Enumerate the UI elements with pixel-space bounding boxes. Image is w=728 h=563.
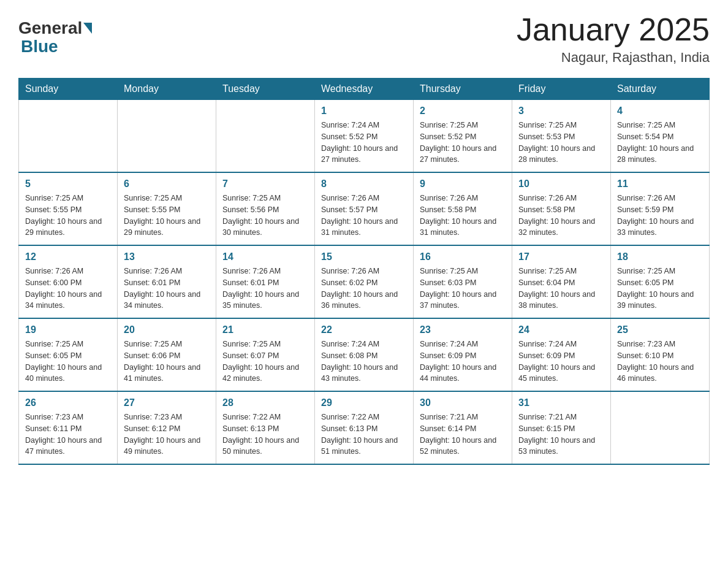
day-info: Sunrise: 7:23 AM Sunset: 6:12 PM Dayligh… — [124, 412, 210, 458]
day-info: Sunrise: 7:22 AM Sunset: 6:13 PM Dayligh… — [321, 412, 407, 458]
day-info: Sunrise: 7:26 AM Sunset: 6:01 PM Dayligh… — [222, 266, 308, 312]
day-info: Sunrise: 7:25 AM Sunset: 6:04 PM Dayligh… — [518, 266, 604, 312]
day-number: 4 — [617, 104, 703, 118]
location-subtitle: Nagaur, Rajasthan, India — [517, 50, 710, 66]
calendar-day-header: Wednesday — [315, 79, 414, 100]
day-number: 6 — [124, 177, 210, 191]
day-info: Sunrise: 7:26 AM Sunset: 5:59 PM Dayligh… — [617, 193, 703, 239]
day-number: 24 — [518, 323, 604, 337]
calendar-day-cell: 23Sunrise: 7:24 AM Sunset: 6:09 PM Dayli… — [414, 318, 512, 391]
calendar-day-cell: 8Sunrise: 7:26 AM Sunset: 5:57 PM Daylig… — [315, 172, 414, 245]
calendar-day-cell — [216, 100, 315, 173]
day-info: Sunrise: 7:25 AM Sunset: 5:54 PM Dayligh… — [617, 120, 703, 166]
calendar-day-header: Monday — [118, 79, 216, 100]
calendar-day-cell: 25Sunrise: 7:23 AM Sunset: 6:10 PM Dayli… — [611, 318, 710, 391]
day-info: Sunrise: 7:25 AM Sunset: 5:56 PM Dayligh… — [222, 193, 308, 239]
calendar-day-header: Tuesday — [216, 79, 315, 100]
day-number: 13 — [124, 250, 210, 264]
day-info: Sunrise: 7:25 AM Sunset: 5:55 PM Dayligh… — [25, 193, 111, 239]
day-number: 3 — [518, 104, 604, 118]
day-number: 12 — [25, 250, 111, 264]
calendar-day-cell: 10Sunrise: 7:26 AM Sunset: 5:58 PM Dayli… — [512, 172, 611, 245]
calendar-day-header: Sunday — [19, 79, 118, 100]
calendar-day-cell: 22Sunrise: 7:24 AM Sunset: 6:08 PM Dayli… — [315, 318, 414, 391]
day-number: 20 — [124, 323, 210, 337]
day-number: 17 — [518, 250, 604, 264]
title-section: January 2025 Nagaur, Rajasthan, India — [517, 12, 710, 66]
day-number: 18 — [617, 250, 703, 264]
day-info: Sunrise: 7:25 AM Sunset: 5:55 PM Dayligh… — [124, 193, 210, 239]
calendar-day-cell: 9Sunrise: 7:26 AM Sunset: 5:58 PM Daylig… — [414, 172, 512, 245]
day-number: 11 — [617, 177, 703, 191]
calendar-week-row: 12Sunrise: 7:26 AM Sunset: 6:00 PM Dayli… — [19, 245, 710, 318]
calendar-day-cell: 19Sunrise: 7:25 AM Sunset: 6:05 PM Dayli… — [19, 318, 118, 391]
calendar-day-cell: 21Sunrise: 7:25 AM Sunset: 6:07 PM Dayli… — [216, 318, 315, 391]
day-number: 7 — [222, 177, 308, 191]
day-number: 26 — [25, 396, 111, 410]
calendar-week-row: 26Sunrise: 7:23 AM Sunset: 6:11 PM Dayli… — [19, 391, 710, 464]
calendar-day-cell: 5Sunrise: 7:25 AM Sunset: 5:55 PM Daylig… — [19, 172, 118, 245]
day-number: 21 — [222, 323, 308, 337]
day-number: 25 — [617, 323, 703, 337]
day-number: 19 — [25, 323, 111, 337]
day-number: 9 — [420, 177, 506, 191]
day-info: Sunrise: 7:25 AM Sunset: 6:06 PM Dayligh… — [124, 339, 210, 385]
day-info: Sunrise: 7:25 AM Sunset: 6:05 PM Dayligh… — [617, 266, 703, 312]
day-number: 29 — [321, 396, 407, 410]
calendar-day-cell: 15Sunrise: 7:26 AM Sunset: 6:02 PM Dayli… — [315, 245, 414, 318]
day-info: Sunrise: 7:24 AM Sunset: 6:09 PM Dayligh… — [518, 339, 604, 385]
day-info: Sunrise: 7:26 AM Sunset: 5:57 PM Dayligh… — [321, 193, 407, 239]
month-year-title: January 2025 — [517, 12, 710, 47]
day-number: 10 — [518, 177, 604, 191]
calendar-header-row: SundayMondayTuesdayWednesdayThursdayFrid… — [19, 79, 710, 100]
day-info: Sunrise: 7:23 AM Sunset: 6:10 PM Dayligh… — [617, 339, 703, 385]
day-number: 22 — [321, 323, 407, 337]
calendar-day-cell: 18Sunrise: 7:25 AM Sunset: 6:05 PM Dayli… — [611, 245, 710, 318]
day-number: 14 — [222, 250, 308, 264]
calendar-day-header: Thursday — [414, 79, 512, 100]
day-info: Sunrise: 7:26 AM Sunset: 6:02 PM Dayligh… — [321, 266, 407, 312]
calendar-day-cell: 12Sunrise: 7:26 AM Sunset: 6:00 PM Dayli… — [19, 245, 118, 318]
day-info: Sunrise: 7:25 AM Sunset: 6:05 PM Dayligh… — [25, 339, 111, 385]
calendar-day-cell: 29Sunrise: 7:22 AM Sunset: 6:13 PM Dayli… — [315, 391, 414, 464]
calendar-day-header: Saturday — [611, 79, 710, 100]
calendar-day-cell: 4Sunrise: 7:25 AM Sunset: 5:54 PM Daylig… — [611, 100, 710, 173]
calendar-week-row: 1Sunrise: 7:24 AM Sunset: 5:52 PM Daylig… — [19, 100, 710, 173]
day-info: Sunrise: 7:26 AM Sunset: 6:01 PM Dayligh… — [124, 266, 210, 312]
calendar-day-cell: 3Sunrise: 7:25 AM Sunset: 5:53 PM Daylig… — [512, 100, 611, 173]
day-info: Sunrise: 7:25 AM Sunset: 6:07 PM Dayligh… — [222, 339, 308, 385]
calendar-day-cell — [19, 100, 118, 173]
day-number: 16 — [420, 250, 506, 264]
day-info: Sunrise: 7:24 AM Sunset: 6:08 PM Dayligh… — [321, 339, 407, 385]
day-number: 30 — [420, 396, 506, 410]
calendar-day-cell: 7Sunrise: 7:25 AM Sunset: 5:56 PM Daylig… — [216, 172, 315, 245]
logo-blue-text: Blue — [18, 37, 58, 56]
calendar-day-cell: 20Sunrise: 7:25 AM Sunset: 6:06 PM Dayli… — [118, 318, 216, 391]
day-number: 31 — [518, 396, 604, 410]
day-number: 15 — [321, 250, 407, 264]
day-number: 28 — [222, 396, 308, 410]
logo: General Blue — [18, 18, 92, 56]
day-number: 27 — [124, 396, 210, 410]
calendar-day-cell: 28Sunrise: 7:22 AM Sunset: 6:13 PM Dayli… — [216, 391, 315, 464]
day-number: 2 — [420, 104, 506, 118]
calendar-day-cell: 2Sunrise: 7:25 AM Sunset: 5:52 PM Daylig… — [414, 100, 512, 173]
calendar-week-row: 19Sunrise: 7:25 AM Sunset: 6:05 PM Dayli… — [19, 318, 710, 391]
calendar-day-cell: 11Sunrise: 7:26 AM Sunset: 5:59 PM Dayli… — [611, 172, 710, 245]
calendar-day-cell: 26Sunrise: 7:23 AM Sunset: 6:11 PM Dayli… — [19, 391, 118, 464]
calendar-table: SundayMondayTuesdayWednesdayThursdayFrid… — [18, 78, 710, 465]
day-info: Sunrise: 7:25 AM Sunset: 5:52 PM Dayligh… — [420, 120, 506, 166]
calendar-day-cell: 1Sunrise: 7:24 AM Sunset: 5:52 PM Daylig… — [315, 100, 414, 173]
day-info: Sunrise: 7:21 AM Sunset: 6:14 PM Dayligh… — [420, 412, 506, 458]
calendar-day-cell: 6Sunrise: 7:25 AM Sunset: 5:55 PM Daylig… — [118, 172, 216, 245]
calendar-day-cell — [118, 100, 216, 173]
logo-arrow-icon — [83, 23, 92, 34]
day-info: Sunrise: 7:26 AM Sunset: 6:00 PM Dayligh… — [25, 266, 111, 312]
calendar-day-cell — [611, 391, 710, 464]
day-info: Sunrise: 7:23 AM Sunset: 6:11 PM Dayligh… — [25, 412, 111, 458]
calendar-day-header: Friday — [512, 79, 611, 100]
day-info: Sunrise: 7:24 AM Sunset: 6:09 PM Dayligh… — [420, 339, 506, 385]
logo-general-word: General — [18, 18, 82, 38]
logo-general-text: General — [18, 18, 92, 38]
calendar-day-cell: 24Sunrise: 7:24 AM Sunset: 6:09 PM Dayli… — [512, 318, 611, 391]
